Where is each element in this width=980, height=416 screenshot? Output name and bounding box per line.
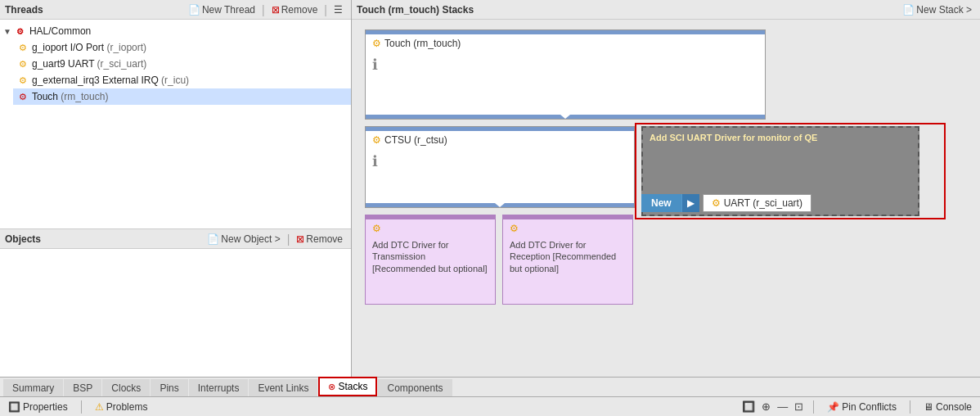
touch-label: Touch (rm_touch) [32,91,108,102]
dtc-rx-stack-box[interactable]: ⚙ Add DTC Driver for Reception [Recommen… [502,215,633,305]
touch-icon: ⚙ [16,90,29,103]
dtc-tx-label: Add DTC Driver for Transmission [Recomme… [366,237,495,276]
dtc-rx-label: Add DTC Driver for Reception [Recommende… [503,237,632,276]
status-divider-2 [813,400,814,414]
touch-main-icon: ⚙ [372,38,381,49]
stacks-canvas: ⚙ Touch (rm_touch) ℹ ⚙ CTSU (r_ctsu) [358,26,973,370]
irq3-label: g_external_irq3 External IRQ (r_icu) [32,75,189,86]
dtc-tx-stack-box[interactable]: ⚙ Add DTC Driver for Transmission [Recom… [365,215,496,305]
status-bar: 🔲 Properties ⚠ Problems 🔲 ⊕ — ⊡ 📌 Pin Co… [0,396,980,416]
touch-main-title: ⚙ Touch (rm_touch) [366,34,765,52]
pin-conflicts-button[interactable]: 📌 Pin Conflicts [822,400,901,414]
threads-title: Threads [5,4,43,16]
new-button-arrow[interactable]: ▶ [681,194,699,212]
touch-main-footer [366,115,765,119]
properties-button[interactable]: 🔲 Properties [3,400,73,414]
ctsu-info: ℹ [366,149,634,174]
status-icon-btn-2[interactable]: ⊕ [760,399,772,414]
new-stack-button[interactable]: 📄 New Stack > [899,3,975,16]
uart-chip-icon: ⚙ [712,197,721,209]
properties-icon: 🔲 [8,401,20,413]
new-object-icon: 📄 [207,233,219,245]
tree-item-uart9[interactable]: ⚙ g_uart9 UART (r_sci_uart) [13,56,351,72]
irq3-icon: ⚙ [16,74,29,87]
new-button-area: New ▶ ⚙ UART (r_sci_uart) [641,194,811,212]
right-panel-header: Touch (rm_touch) Stacks 📄 New Stack > [352,0,980,20]
hal-label: HAL/Common [29,25,91,37]
tab-pins[interactable]: Pins [151,379,187,396]
status-icons: 🔲 ⊕ — ⊡ [740,399,805,414]
objects-panel: Objects 📄 New Object > | ⊠ Remove [0,229,351,377]
console-button[interactable]: 🖥 Console [919,400,977,414]
stacks-canvas-area: ⚙ Touch (rm_touch) ℹ ⚙ CTSU (r_ctsu) [352,20,980,377]
uart-chip[interactable]: ⚙ UART (r_sci_uart) [703,194,811,212]
tab-clocks[interactable]: Clocks [102,379,150,396]
threads-remove-button[interactable]: ⊠ Remove [268,3,321,16]
problems-icon: ⚠ [95,401,104,413]
touch-main-info: ℹ [366,52,765,77]
new-object-button[interactable]: 📄 New Object > [204,233,283,246]
ctsu-footer [366,203,634,207]
tab-stacks[interactable]: ⊗ Stacks [318,377,377,396]
tree-item-hal-common[interactable]: ▼ ⚙ HAL/Common [0,23,351,39]
objects-actions: 📄 New Object > | ⊠ Remove [204,233,346,246]
ctsu-arrow [495,203,505,207]
expand-icon: ▼ [3,27,11,36]
suggestion-title: Add SCI UART Driver for monitor of QE [643,128,918,147]
right-panel-title: Touch (rm_touch) Stacks [357,4,474,16]
objects-panel-header: Objects 📄 New Object > | ⊠ Remove [0,229,351,249]
status-right-area: 🔲 ⊕ — ⊡ 📌 Pin Conflicts 🖥 Console [740,399,977,414]
touch-main-arrow [560,115,570,119]
objects-title: Objects [5,233,41,245]
new-thread-icon: 📄 [188,4,200,16]
tree-item-ioport[interactable]: ⚙ g_ioport I/O Port (r_ioport) [13,39,351,56]
tab-components[interactable]: Components [378,379,452,396]
tree-item-irq3[interactable]: ⚙ g_external_irq3 External IRQ (r_icu) [13,72,351,88]
new-stack-icon: 📄 [902,4,915,16]
uart-chip-label: UART (r_sci_uart) [724,197,802,209]
menu-icon: ☰ [334,4,343,16]
objects-remove-button[interactable]: ⊠ Remove [293,233,346,246]
objects-content [0,249,351,377]
touch-main-stack-box[interactable]: ⚙ Touch (rm_touch) ℹ [365,29,766,120]
dtc-rx-title: ⚙ [503,219,632,237]
uart9-label: g_uart9 UART (r_sci_uart) [32,58,146,70]
threads-tree: ▼ ⚙ HAL/Common ⚙ g_ioport I/O Port (r_io… [0,20,351,229]
objects-remove-icon: ⊠ [296,233,304,245]
ioport-icon: ⚙ [16,41,29,54]
ioport-label: g_ioport I/O Port (r_ioport) [32,42,146,53]
uart9-icon: ⚙ [16,57,29,70]
dtc-rx-icon: ⚙ [510,223,519,234]
new-thread-button[interactable]: 📄 New Thread [185,3,258,16]
dtc-tx-title: ⚙ [366,219,495,237]
bottom-tabs: Summary BSP Clocks Pins Interrupts Event… [0,377,980,396]
tab-interrupts[interactable]: Interrupts [189,379,249,396]
tab-bsp[interactable]: BSP [64,379,101,396]
pin-conflicts-icon: 📌 [827,401,839,413]
status-divider-3 [910,400,910,414]
tab-event-links[interactable]: Event Links [249,379,317,396]
stacks-error-icon: ⊗ [328,382,335,392]
threads-panel-header: Threads 📄 New Thread | ⊠ Remove | ☰ [0,0,351,20]
status-divider-1 [81,400,82,414]
problems-button[interactable]: ⚠ Problems [90,400,153,414]
threads-actions: 📄 New Thread | ⊠ Remove | ☰ [185,3,346,16]
remove-icon: ⊠ [272,4,280,16]
status-icon-btn-1[interactable]: 🔲 [740,399,757,414]
threads-menu-button[interactable]: ☰ [330,3,346,16]
dtc-tx-icon: ⚙ [372,223,381,234]
new-button[interactable]: New [641,194,681,212]
hal-icon: ⚙ [14,25,27,38]
status-icon-btn-4[interactable]: ⊡ [793,399,805,414]
status-icon-btn-3[interactable]: — [775,399,789,414]
tab-summary[interactable]: Summary [3,379,63,396]
tree-item-touch[interactable]: ⚙ Touch (rm_touch) [13,88,351,105]
ctsu-icon: ⚙ [372,134,381,146]
ctsu-stack-box[interactable]: ⚙ CTSU (r_ctsu) ℹ [365,126,635,208]
ctsu-title: ⚙ CTSU (r_ctsu) [366,131,634,149]
console-icon: 🖥 [924,401,933,413]
